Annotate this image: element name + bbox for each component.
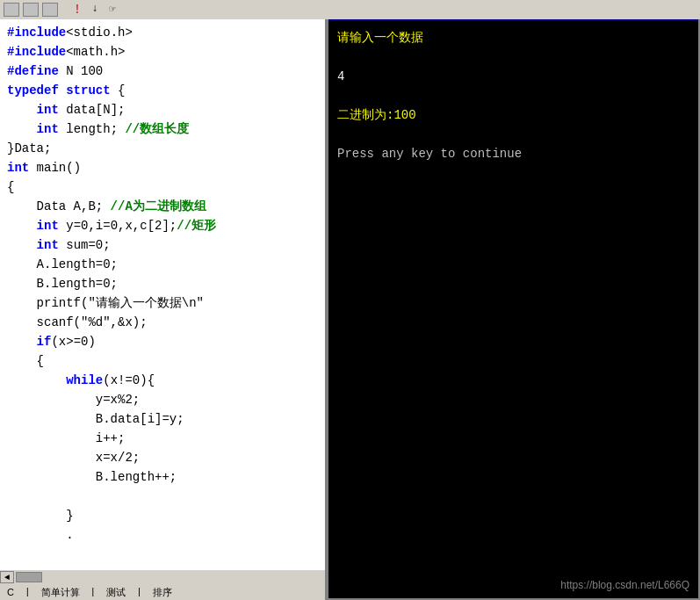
code-line-14: B.length=0; — [7, 274, 318, 293]
code-panel: #include<stdio.h> #include<math.h> #defi… — [0, 0, 325, 600]
code-line-8: int main() — [7, 158, 318, 177]
console-panel: "C:\程序设计\测试\Debug\测试.exe" 请输入一个数据 4 二进制为… — [327, 0, 700, 600]
grid-icon[interactable] — [4, 3, 19, 17]
tab-sort[interactable]: 排序 — [149, 585, 176, 600]
tab-test[interactable]: 测试 — [103, 585, 129, 600]
arrow-down-icon[interactable]: ↓ — [88, 3, 102, 17]
watermark: https://blog.csdn.net/L666Q — [560, 579, 689, 591]
code-line-19: while(x!=0){ — [7, 371, 318, 390]
code-line-22: i++; — [7, 429, 318, 448]
keyboard-icon[interactable] — [23, 3, 39, 17]
console-output-line-2: 4 — [337, 67, 689, 86]
code-line-13: A.length=0; — [7, 255, 318, 274]
code-line-23: x=x/2; — [7, 448, 318, 467]
panel-divider — [325, 19, 327, 600]
cursor-icon[interactable]: ☞ — [105, 3, 119, 17]
code-line-25 — [7, 487, 318, 506]
code-line-26: } — [7, 506, 318, 525]
scroll-left-button[interactable]: ◄ — [0, 571, 14, 583]
code-line-27: . — [7, 525, 318, 545]
bottom-tabs: C | 简单计算 | 测试 | 排序 — [0, 584, 325, 600]
code-line-11: int y=0,i=0,x,c[2];//矩形 — [7, 216, 318, 235]
scrollbar-thumb[interactable] — [16, 572, 42, 582]
code-line-17: if(x>=0) — [7, 332, 318, 351]
code-line-7: }Data; — [7, 139, 318, 158]
tab-simple-calc[interactable]: 简单计算 — [38, 585, 83, 600]
console-output-line-3: 二进制为:100 — [337, 105, 689, 125]
tab-c[interactable]: C — [4, 586, 18, 598]
code-line-12: int sum=0; — [7, 235, 318, 255]
code-line-1: #include<stdio.h> — [7, 23, 318, 42]
code-line-4: typedef struct { — [7, 81, 318, 100]
code-line-2: #include<math.h> — [7, 42, 318, 61]
code-line-15: printf("请输入一个数据\n" — [7, 293, 318, 313]
code-area[interactable]: #include<stdio.h> #include<math.h> #defi… — [0, 19, 325, 582]
console-output-line-1: 请输入一个数据 — [337, 28, 689, 47]
code-line-9: { — [7, 177, 318, 197]
console-output-line-4: Press any key to continue — [337, 144, 689, 163]
code-line-5: int data[N]; — [7, 100, 318, 119]
code-line-6: int length; //数组长度 — [7, 119, 318, 139]
code-line-20: y=x%2; — [7, 390, 318, 409]
console-content: 请输入一个数据 4 二进制为:100 Press any key to cont… — [328, 21, 698, 170]
code-line-3: #define N 100 — [7, 61, 318, 81]
table-icon[interactable] — [42, 3, 58, 17]
code-line-16: scanf("%d",&x); — [7, 313, 318, 332]
code-line-21: B.data[i]=y; — [7, 409, 318, 429]
code-line-18: { — [7, 351, 318, 371]
horizontal-scrollbar[interactable]: ◄ — [0, 570, 325, 584]
code-line-10: Data A,B; //A为二进制数组 — [7, 197, 318, 216]
code-line-24: B.length++; — [7, 467, 318, 487]
exclaim-icon[interactable]: ! — [70, 3, 84, 17]
toolbar: ! ↓ ☞ — [0, 0, 700, 19]
